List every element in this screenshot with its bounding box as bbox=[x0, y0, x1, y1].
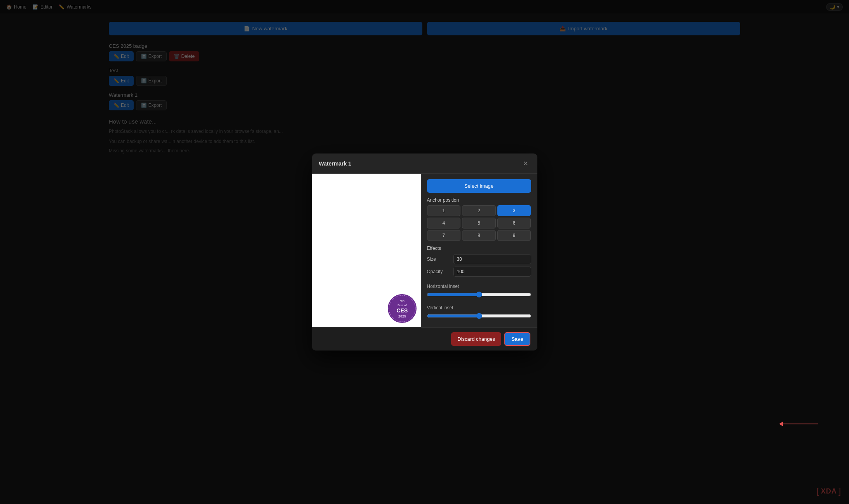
svg-text:XDA: XDA bbox=[399, 300, 404, 302]
modal-controls: Select image Anchor position 1 2 3 4 5 6… bbox=[421, 174, 537, 327]
anchor-btn-7[interactable]: 7 bbox=[427, 230, 461, 241]
modal-close-button[interactable]: ✕ bbox=[521, 159, 530, 168]
modal-header: Watermark 1 ✕ bbox=[312, 153, 537, 174]
anchor-btn-2[interactable]: 2 bbox=[462, 205, 496, 216]
vertical-inset-label: Vertical inset bbox=[427, 305, 531, 310]
svg-text:2025: 2025 bbox=[398, 314, 406, 318]
vertical-inset-section: Vertical inset bbox=[427, 305, 531, 320]
opacity-label: Opacity bbox=[427, 269, 450, 274]
select-image-button[interactable]: Select image bbox=[427, 179, 531, 193]
svg-text:Best of: Best of bbox=[397, 304, 407, 307]
modal-overlay[interactable]: Watermark 1 ✕ XDA Best of CES 2025 Selec… bbox=[0, 0, 849, 504]
anchor-btn-4[interactable]: 4 bbox=[427, 218, 461, 228]
horizontal-inset-label: Horizontal inset bbox=[427, 284, 531, 289]
discard-changes-button[interactable]: Discard changes bbox=[451, 332, 501, 346]
effects-section: Effects Size Opacity bbox=[427, 246, 531, 279]
anchor-btn-8[interactable]: 8 bbox=[462, 230, 496, 241]
watermark-modal: Watermark 1 ✕ XDA Best of CES 2025 Selec… bbox=[312, 153, 537, 351]
anchor-btn-1[interactable]: 1 bbox=[427, 205, 461, 216]
size-field-row: Size bbox=[427, 254, 531, 264]
effects-label: Effects bbox=[427, 246, 531, 251]
vertical-inset-slider[interactable] bbox=[427, 313, 531, 319]
modal-footer: Discard changes Save bbox=[312, 327, 537, 351]
size-input[interactable] bbox=[453, 254, 531, 264]
ces-badge-image: XDA Best of CES 2025 bbox=[387, 293, 418, 324]
svg-text:CES: CES bbox=[396, 307, 408, 314]
save-button[interactable]: Save bbox=[504, 332, 530, 346]
modal-image-preview: XDA Best of CES 2025 bbox=[312, 174, 421, 327]
anchor-btn-6[interactable]: 6 bbox=[497, 218, 531, 228]
modal-title: Watermark 1 bbox=[319, 160, 352, 167]
anchor-position-section: Anchor position 1 2 3 4 5 6 7 8 9 bbox=[427, 197, 531, 241]
modal-body: XDA Best of CES 2025 Select image Anchor… bbox=[312, 174, 537, 327]
anchor-btn-3[interactable]: 3 bbox=[497, 205, 531, 216]
anchor-btn-9[interactable]: 9 bbox=[497, 230, 531, 241]
opacity-input[interactable] bbox=[453, 267, 531, 277]
anchor-btn-5[interactable]: 5 bbox=[462, 218, 496, 228]
horizontal-inset-section: Horizontal inset bbox=[427, 284, 531, 299]
size-label: Size bbox=[427, 256, 450, 262]
opacity-field-row: Opacity bbox=[427, 267, 531, 277]
anchor-grid: 1 2 3 4 5 6 7 8 9 bbox=[427, 205, 531, 241]
anchor-position-label: Anchor position bbox=[427, 197, 531, 203]
horizontal-inset-slider[interactable] bbox=[427, 291, 531, 298]
